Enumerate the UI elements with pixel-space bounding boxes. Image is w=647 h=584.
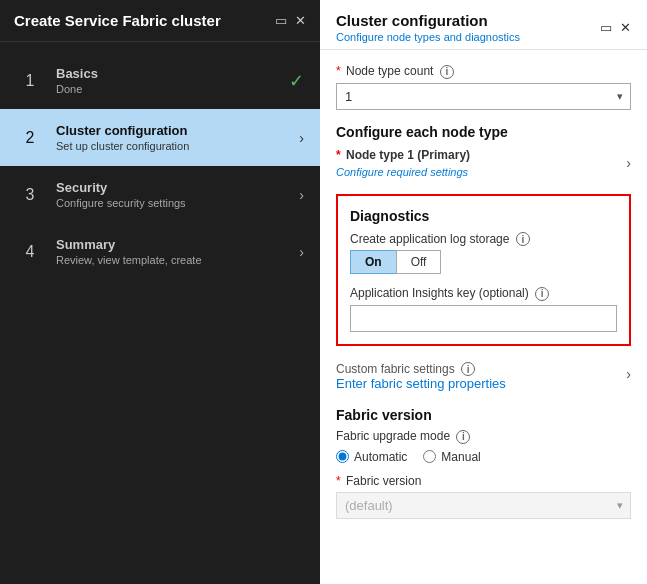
app-insights-info-icon[interactable]: i <box>535 287 549 301</box>
required-star-2: * <box>336 148 341 162</box>
step-1-title: Basics <box>56 66 289 81</box>
left-minimize-icon[interactable]: ▭ <box>275 14 287 27</box>
step-3-chevron: › <box>299 187 304 203</box>
radio-manual-input[interactable] <box>423 450 436 463</box>
fabric-upgrade-info-icon[interactable]: i <box>456 430 470 444</box>
node-type-1-chevron-icon[interactable]: › <box>626 155 631 171</box>
on-off-toggle: On Off <box>350 250 617 274</box>
custom-fabric-label: Custom fabric settings i <box>336 362 506 377</box>
right-header: Cluster configuration Configure node typ… <box>320 0 647 50</box>
step-2[interactable]: 2 Cluster configuration Set up cluster c… <box>0 109 320 166</box>
custom-fabric-settings-row[interactable]: Custom fabric settings i Enter fabric se… <box>336 360 631 394</box>
right-panel: Cluster configuration Configure node typ… <box>320 0 647 584</box>
step-3-title: Security <box>56 180 299 195</box>
log-storage-label: Create application log storage i <box>350 232 617 247</box>
right-header-info: Cluster configuration Configure node typ… <box>336 12 600 43</box>
log-storage-info-icon[interactable]: i <box>516 232 530 246</box>
step-3-info: Security Configure security settings <box>56 180 299 209</box>
step-4[interactable]: 4 Summary Review, view template, create … <box>0 223 320 280</box>
toggle-on-button[interactable]: On <box>350 250 396 274</box>
node-type-1-sub: Configure required settings <box>336 166 470 178</box>
required-star-3: * <box>336 474 341 488</box>
app-insights-input[interactable] <box>350 305 617 332</box>
node-type-count-info-icon[interactable]: i <box>440 65 454 79</box>
fabric-upgrade-mode-label: Fabric upgrade mode i <box>336 429 631 444</box>
right-panel-subtitle: Configure node types and diagnostics <box>336 31 600 43</box>
step-3[interactable]: 3 Security Configure security settings › <box>0 166 320 223</box>
step-1[interactable]: 1 Basics Done ✓ <box>0 52 320 109</box>
step-2-chevron: › <box>299 130 304 146</box>
node-type-count-select[interactable]: 1 2 3 <box>336 83 631 110</box>
right-close-icon[interactable]: ✕ <box>620 21 631 34</box>
step-3-subtitle: Configure security settings <box>56 197 299 209</box>
node-type-1-info: * Node type 1 (Primary) Configure requir… <box>336 148 470 178</box>
fabric-version-heading: Fabric version <box>336 407 631 423</box>
radio-manual[interactable]: Manual <box>423 450 480 464</box>
fabric-version-select[interactable]: (default) <box>336 492 631 519</box>
right-header-icons: ▭ ✕ <box>600 21 631 34</box>
left-header-icons: ▭ ✕ <box>275 14 306 27</box>
step-1-subtitle: Done <box>56 83 289 95</box>
toggle-off-button[interactable]: Off <box>396 250 442 274</box>
right-minimize-icon[interactable]: ▭ <box>600 21 612 34</box>
left-panel-title: Create Service Fabric cluster <box>14 12 221 29</box>
fabric-version-label: * Fabric version <box>336 474 631 488</box>
step-4-info: Summary Review, view template, create <box>56 237 299 266</box>
diagnostics-title: Diagnostics <box>350 208 617 224</box>
step-3-number: 3 <box>16 181 44 209</box>
step-1-info: Basics Done <box>56 66 289 95</box>
node-type-1-label: * Node type 1 (Primary) <box>336 148 470 162</box>
step-2-title: Cluster configuration <box>56 123 299 138</box>
node-type-1-row[interactable]: * Node type 1 (Primary) Configure requir… <box>336 146 631 180</box>
radio-automatic-input[interactable] <box>336 450 349 463</box>
custom-fabric-info-icon[interactable]: i <box>461 362 475 376</box>
app-insights-label: Application Insights key (optional) i <box>350 286 617 301</box>
custom-fabric-info: Custom fabric settings i Enter fabric se… <box>336 362 506 392</box>
step-1-check: ✓ <box>289 70 304 92</box>
right-panel-title: Cluster configuration <box>336 12 600 29</box>
right-content: * Node type count i 1 2 3 ▾ Configure ea… <box>320 50 647 584</box>
fabric-upgrade-radio-group: Automatic Manual <box>336 450 631 464</box>
step-4-subtitle: Review, view template, create <box>56 254 299 266</box>
fabric-version-section: Fabric version Fabric upgrade mode i Aut… <box>336 407 631 519</box>
custom-fabric-chevron-icon[interactable]: › <box>626 366 631 382</box>
fabric-version-select-wrapper: (default) ▾ <box>336 492 631 519</box>
left-header: Create Service Fabric cluster ▭ ✕ <box>0 0 320 42</box>
step-4-title: Summary <box>56 237 299 252</box>
diagnostics-section: Diagnostics Create application log stora… <box>336 194 631 346</box>
custom-fabric-value: Enter fabric setting properties <box>336 376 506 391</box>
required-star-1: * <box>336 64 341 78</box>
step-2-subtitle: Set up cluster configuration <box>56 140 299 152</box>
node-type-count-select-wrapper: 1 2 3 ▾ <box>336 83 631 110</box>
left-close-icon[interactable]: ✕ <box>295 14 306 27</box>
wizard-steps: 1 Basics Done ✓ 2 Cluster configuration … <box>0 42 320 584</box>
radio-automatic[interactable]: Automatic <box>336 450 407 464</box>
step-1-number: 1 <box>16 67 44 95</box>
step-4-number: 4 <box>16 238 44 266</box>
node-type-count-label: * Node type count i <box>336 64 631 79</box>
step-2-number: 2 <box>16 124 44 152</box>
step-2-info: Cluster configuration Set up cluster con… <box>56 123 299 152</box>
step-4-chevron: › <box>299 244 304 260</box>
configure-node-types-heading: Configure each node type <box>336 124 631 140</box>
left-panel: Create Service Fabric cluster ▭ ✕ 1 Basi… <box>0 0 320 584</box>
